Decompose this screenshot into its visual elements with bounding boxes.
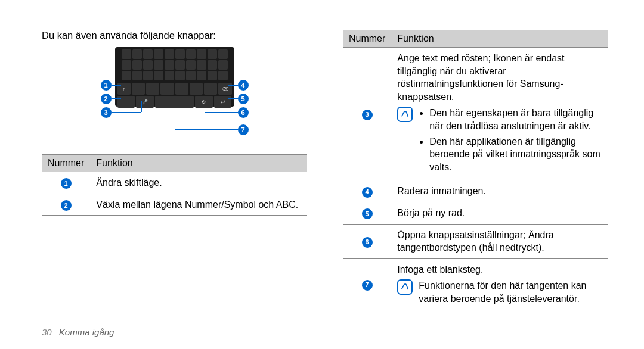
row-function-text: Växla mellan lägena Nummer/Symbol och AB… <box>90 194 307 216</box>
row-number-icon: 5 <box>362 208 373 219</box>
row-number-icon: 4 <box>362 187 373 198</box>
table-row: 3 Ange text med rösten; Ikonen är endast… <box>343 48 608 180</box>
intro-text: Du kan även använda följande knappar: <box>42 30 307 41</box>
callout-5: 5 <box>238 94 249 104</box>
callout-2: 2 <box>101 94 112 104</box>
page-number: 30 <box>42 327 52 337</box>
row-function-text: Börja på ny rad. <box>391 202 608 224</box>
row-function-text: Ange text med rösten; Ikonen är endast t… <box>397 52 602 103</box>
note-bullet: Den här egenskapen är bara tillgänglig n… <box>429 107 602 132</box>
row-number-icon: 7 <box>362 280 373 291</box>
callout-1: 1 <box>101 80 112 91</box>
row-number-icon: 6 <box>362 237 373 248</box>
row-function-text: Ändra skiftläge. <box>90 172 307 194</box>
note-bullet: Den här applikationen är tillgänglig ber… <box>429 135 602 174</box>
keyboard-illustration: 1 2 3 4 5 6 7 <box>42 47 307 142</box>
note-text: Funktionerna för den här tangenten kan v… <box>419 279 602 305</box>
col-header-number: Nummer <box>42 155 90 172</box>
row-number-icon: 2 <box>61 200 72 211</box>
page-footer: 30 Komma igång <box>42 327 114 337</box>
callout-7: 7 <box>238 124 249 135</box>
row-number-icon: 3 <box>362 110 373 120</box>
left-function-table: Nummer Funktion 1 Ändra skiftläge. 2 Väx… <box>42 154 307 216</box>
col-header-function: Funktion <box>90 155 307 172</box>
row-number-icon: 1 <box>61 178 72 189</box>
table-row: 1 Ändra skiftläge. <box>42 172 307 194</box>
row-function-text: Öppna knappsatsinställningar; Ändra tang… <box>391 224 608 258</box>
col-header-number: Nummer <box>343 30 391 48</box>
right-function-table: Nummer Funktion 3 Ange text med rösten; … <box>343 30 608 310</box>
table-row: 6 Öppna knappsatsinställningar; Ändra ta… <box>343 224 608 258</box>
row-function-text: Radera inmatningen. <box>391 180 608 202</box>
row-function-text: Infoga ett blanksteg. <box>397 263 602 276</box>
table-row: 4 Radera inmatningen. <box>343 180 608 202</box>
callout-3: 3 <box>101 107 112 118</box>
callout-4: 4 <box>238 80 249 91</box>
table-row: 5 Börja på ny rad. <box>343 202 608 224</box>
col-header-function: Funktion <box>391 30 608 48</box>
note-icon <box>397 107 413 122</box>
table-row: 2 Växla mellan lägena Nummer/Symbol och … <box>42 194 307 216</box>
callout-6: 6 <box>238 107 249 118</box>
section-name: Komma igång <box>59 327 114 337</box>
note-icon <box>397 279 413 295</box>
table-row: 7 Infoga ett blanksteg. Funktionerna för… <box>343 258 608 310</box>
note-bullet-list: Den här egenskapen är bara tillgänglig n… <box>419 107 602 176</box>
